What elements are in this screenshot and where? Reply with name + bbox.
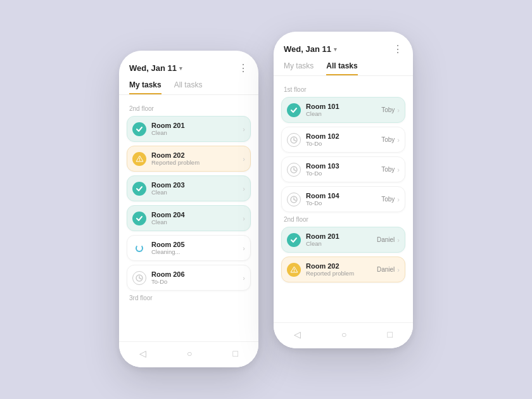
task-assignee: Toby [381,196,395,203]
task-chevron-icon: › [243,185,245,193]
task-info: Room 202Reported problem [151,151,243,166]
task-status: Clean [151,218,243,225]
task-name: Room 101 [306,103,381,110]
task-chevron-icon: › [243,274,245,282]
phone-header: Wed, Jan 11 ▾⋮ [119,51,258,74]
task-item[interactable]: Room 201Clean› [127,116,251,142]
clock-icon [287,193,301,206]
task-chevron-icon: › [397,196,400,203]
task-info: Room 206To-Do [151,270,243,285]
task-status: Reported problem [151,159,243,166]
task-item[interactable]: ! Room 202Reported problem› [127,146,251,172]
recents-icon[interactable]: □ [233,348,238,358]
tab-my-tasks[interactable]: My tasks [129,80,162,94]
task-chevron-icon: › [243,215,245,222]
svg-text:!: ! [139,157,140,162]
check-icon [132,182,146,196]
menu-dots-icon[interactable]: ⋮ [238,62,248,74]
task-item[interactable]: Room 103To-DoToby› [281,156,405,182]
task-list: 2nd floor Room 201Clean› ! Room 202Repor… [119,95,258,341]
clock-icon [287,163,301,177]
clock-icon [132,271,146,285]
recents-icon[interactable]: □ [388,329,393,339]
warning-icon: ! [132,152,146,166]
task-info: Room 104To-Do [306,192,381,206]
task-name: Room 203 [151,181,243,189]
task-info: Room 201Clean [151,122,243,136]
back-icon[interactable]: ◁ [294,329,301,339]
task-item[interactable]: Room 101CleanToby› [281,97,405,123]
back-icon[interactable]: ◁ [139,348,146,358]
check-icon [287,103,301,117]
task-chevron-icon: › [397,236,400,244]
tab-all-tasks[interactable]: All tasks [174,80,203,94]
task-item[interactable]: Room 201CleanDaniel› [281,227,405,253]
task-info: Room 205Cleaning... [151,241,243,255]
task-name: Room 202 [151,151,243,159]
menu-dots-icon[interactable]: ⋮ [393,43,403,55]
home-icon[interactable]: ○ [187,348,192,358]
home-icon[interactable]: ○ [341,329,346,339]
svg-line-4 [139,278,141,279]
task-item[interactable]: ! Room 202Reported problemDaniel› [281,256,405,282]
nav-bar: ◁○□ [274,322,413,348]
svg-text:!: ! [293,268,294,272]
task-status: Reported problem [306,270,377,277]
task-assignee: Toby [381,106,395,113]
task-status: Clean [151,189,243,196]
task-item[interactable]: Room 104To-DoToby› [281,186,405,212]
task-item[interactable]: Room 206To-Do› [127,265,251,291]
task-name: Room 205 [151,241,243,248]
chevron-down-icon: ▾ [334,46,337,53]
date-label: Wed, Jan 11 [129,63,177,73]
date-row[interactable]: Wed, Jan 11 ▾ [129,63,182,73]
task-assignee: Toby [381,136,395,143]
task-status: To-Do [306,200,381,206]
task-item[interactable]: Room 204Clean› [127,205,251,231]
task-name: Room 204 [151,211,243,218]
task-info: Room 203Clean [151,181,243,196]
task-name: Room 201 [151,122,243,129]
task-info: Room 103To-Do [306,162,381,177]
task-assignee: Daniel [377,236,395,243]
left-phone: Wed, Jan 11 ▾⋮My tasksAll tasks2nd floor… [119,51,258,367]
task-status: To-Do [151,278,243,285]
svg-line-7 [294,140,296,141]
check-icon [132,122,146,136]
date-row[interactable]: Wed, Jan 11 ▾ [284,44,337,54]
task-name: Room 104 [306,192,381,200]
tab-my-tasks[interactable]: My tasks [284,61,314,75]
task-name: Room 102 [306,132,381,140]
task-item[interactable]: Room 102To-DoToby› [281,127,405,153]
svg-line-13 [294,200,296,201]
task-info: Room 102To-Do [306,132,381,147]
task-name: Room 201 [306,232,377,240]
tab-all-tasks[interactable]: All tasks [326,61,357,75]
phone-header: Wed, Jan 11 ▾⋮ [274,32,413,55]
task-status: Cleaning... [151,248,243,255]
clock-icon [287,133,301,147]
task-status: Clean [306,110,381,117]
check-icon [287,233,301,247]
section-label: 2nd floor [284,216,403,223]
task-assignee: Daniel [377,266,395,273]
task-name: Room 103 [306,162,381,170]
phones-container: Wed, Jan 11 ▾⋮My tasksAll tasks2nd floor… [119,32,413,367]
task-item[interactable]: Room 203Clean› [127,175,251,201]
svg-line-10 [294,170,296,171]
task-assignee: Toby [381,166,395,173]
task-item[interactable]: Room 205Cleaning...› [127,235,251,261]
task-chevron-icon: › [243,125,245,133]
task-list: 1st floor Room 101CleanToby› Room 102To-… [274,76,413,322]
task-status: To-Do [306,140,381,147]
task-name: Room 202 [306,262,377,270]
task-chevron-icon: › [397,106,400,114]
task-chevron-icon: › [397,166,400,174]
task-status: Clean [151,129,243,136]
cleaning-icon [132,241,146,255]
date-label: Wed, Jan 11 [284,44,331,54]
nav-bar: ◁○□ [119,341,258,367]
warning-icon: ! [287,263,301,277]
task-info: Room 204Clean [151,211,243,225]
right-phone: Wed, Jan 11 ▾⋮My tasksAll tasks1st floor… [274,32,413,348]
